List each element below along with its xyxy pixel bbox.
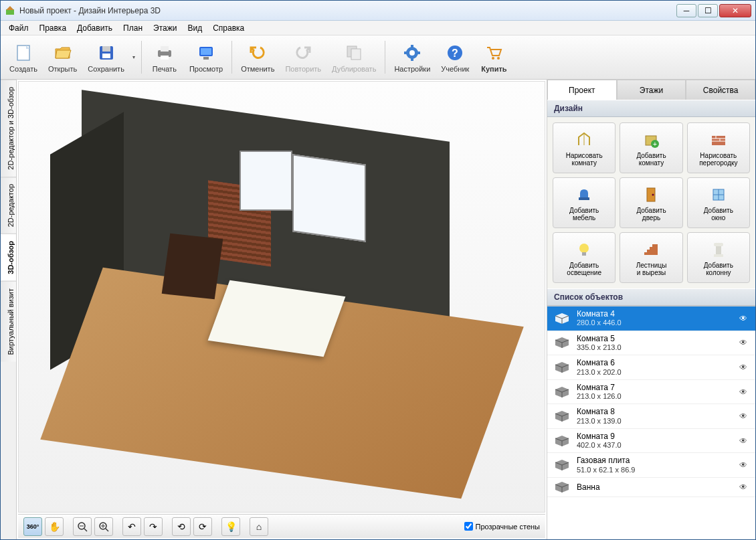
transparent-walls-input[interactable]: [464, 522, 473, 531]
print-button[interactable]: Печать: [146, 37, 183, 78]
visibility-eye-icon[interactable]: 👁: [739, 363, 750, 372]
svg-rect-5: [102, 46, 110, 52]
object-dimensions: 51.0 x 62.1 x 86.9: [577, 466, 734, 474]
menu-plan[interactable]: План: [118, 22, 148, 34]
object-name: Комната 6: [577, 358, 734, 367]
menu-view[interactable]: Вид: [182, 22, 207, 34]
duplicate-button[interactable]: Дублировать: [327, 37, 381, 78]
menu-help[interactable]: Справка: [207, 22, 250, 34]
menu-add[interactable]: Добавить: [72, 22, 118, 34]
tab-properties[interactable]: Свойства: [686, 80, 755, 100]
svg-rect-48: [582, 252, 586, 256]
visibility-eye-icon[interactable]: 👁: [739, 412, 750, 421]
rotate-right-button[interactable]: ↷: [144, 517, 163, 536]
side-tab-virtual-visit[interactable]: Виртуальный визит: [1, 281, 16, 362]
side-tab-3d-view[interactable]: 3D-обзор: [1, 234, 16, 281]
folder-open-icon: [52, 42, 74, 64]
object-list-item[interactable]: Комната 5335.0 x 213.0👁: [547, 331, 755, 356]
view-360-button[interactable]: 360°: [23, 517, 42, 536]
room-box-icon: [553, 336, 571, 349]
object-dimensions: 213.0 x 202.0: [577, 368, 734, 377]
help-icon: ?: [444, 42, 466, 64]
object-name: Комната 8: [577, 407, 734, 416]
tutorial-button[interactable]: ? Учебник: [436, 37, 474, 78]
tab-floors[interactable]: Этажи: [617, 80, 686, 100]
design-btn-add-column[interactable]: Добавитьколонну: [687, 232, 750, 283]
object-list-item[interactable]: Комната 8213.0 x 139.0👁: [547, 404, 755, 429]
redo-button[interactable]: Повторить: [280, 37, 326, 78]
object-name: Комната 9: [577, 432, 734, 441]
design-btn-add-furniture[interactable]: Добавитьмебель: [553, 177, 616, 228]
stairs-cutouts-icon: [640, 239, 662, 260]
design-btn-draw-partition[interactable]: Нарисоватьперегородку: [687, 122, 750, 173]
object-name: Комната 5: [577, 334, 734, 343]
undo-button[interactable]: Отменить: [236, 37, 279, 78]
tab-project[interactable]: Проект: [547, 80, 617, 100]
open-button[interactable]: Открыть: [43, 37, 82, 78]
object-name: Комната 7: [577, 383, 734, 392]
design-tools-grid: Нарисоватькомнату+ДобавитькомнатуНарисов…: [547, 117, 755, 288]
svg-text:?: ?: [452, 48, 458, 59]
side-tab-2d-editor[interactable]: 2D-редактор: [1, 177, 16, 234]
right-panel-tabs: Проект Этажи Свойства: [547, 80, 755, 100]
cart-icon: [483, 42, 504, 64]
gear-icon: [401, 42, 423, 64]
printer-icon: [154, 42, 175, 64]
side-tab-combined[interactable]: 2D-редактор и 3D-обзор: [1, 80, 16, 177]
home-view-button[interactable]: ⌂: [250, 517, 268, 536]
save-button[interactable]: Сохранить: [83, 37, 129, 78]
object-name: Газовая плита: [577, 456, 734, 465]
visibility-eye-icon[interactable]: 👁: [739, 436, 750, 446]
design-btn-draw-room[interactable]: Нарисоватькомнату: [553, 122, 616, 173]
pan-button[interactable]: ✋: [45, 517, 64, 536]
preview-button[interactable]: Просмотр: [185, 37, 227, 78]
3d-view-canvas[interactable]: [18, 81, 545, 513]
visibility-eye-icon[interactable]: 👁: [739, 314, 750, 323]
object-list-item[interactable]: Комната 9402.0 x 437.0👁: [547, 429, 755, 454]
object-list-item[interactable]: Комната 7213.0 x 126.0👁: [547, 380, 755, 405]
design-btn-add-window[interactable]: Добавитьокно: [687, 177, 750, 228]
design-btn-add-lighting[interactable]: Добавитьосвещение: [553, 232, 616, 283]
svg-rect-8: [161, 46, 169, 52]
object-list-item[interactable]: Комната 4280.0 x 446.0👁: [547, 306, 755, 331]
new-file-icon: [13, 42, 34, 64]
zoom-out-button[interactable]: [73, 517, 92, 536]
maximize-button[interactable]: ☐: [698, 4, 718, 17]
orbit-right-button[interactable]: ⟳: [193, 517, 212, 536]
visibility-eye-icon[interactable]: 👁: [739, 460, 750, 470]
draw-room-icon: [573, 129, 595, 151]
visibility-eye-icon[interactable]: 👁: [739, 338, 750, 347]
close-button[interactable]: ✕: [719, 4, 751, 17]
app-window: Новый проект - Дизайн Интерьера 3D ─ ☐ ✕…: [0, 0, 756, 540]
settings-button[interactable]: Настройки: [389, 37, 435, 78]
orbit-left-button[interactable]: ⟲: [172, 517, 191, 536]
visibility-eye-icon[interactable]: 👁: [739, 387, 750, 397]
object-list-item[interactable]: Газовая плита51.0 x 62.1 x 86.9👁: [547, 453, 755, 478]
zoom-in-button[interactable]: [94, 517, 113, 536]
buy-button[interactable]: Купить: [475, 37, 512, 78]
svg-point-47: [579, 244, 589, 253]
window-buttons: ─ ☐ ✕: [676, 4, 751, 17]
minimize-button[interactable]: ─: [676, 4, 696, 17]
menu-floors[interactable]: Этажи: [148, 22, 182, 34]
object-name: Комната 4: [577, 309, 734, 319]
transparent-walls-checkbox[interactable]: Прозрачные стены: [464, 522, 540, 531]
menu-file[interactable]: Файл: [3, 22, 34, 34]
object-list-item[interactable]: Ванна👁: [547, 478, 755, 497]
lighting-button[interactable]: 💡: [221, 517, 240, 536]
svg-line-26: [84, 529, 87, 531]
save-dropdown[interactable]: ▾: [130, 37, 137, 78]
design-section-header: Дизайн: [547, 100, 755, 117]
object-list-item[interactable]: Комната 6213.0 x 202.0👁: [547, 355, 755, 380]
design-btn-stairs-cutouts[interactable]: Лестницыи вырезы: [620, 232, 682, 283]
object-list[interactable]: Комната 4280.0 x 446.0👁Комната 5335.0 x …: [547, 306, 755, 539]
create-button[interactable]: Создать: [5, 37, 42, 78]
visibility-eye-icon[interactable]: 👁: [739, 482, 750, 492]
design-btn-add-door[interactable]: Добавитьдверь: [620, 177, 682, 228]
svg-rect-36: [712, 136, 725, 145]
workarea: 2D-редактор и 3D-обзор 2D-редактор 3D-об…: [1, 80, 755, 539]
rotate-left-button[interactable]: ↶: [122, 517, 141, 536]
menu-edit[interactable]: Правка: [34, 22, 72, 34]
svg-rect-11: [201, 48, 211, 55]
design-btn-add-room[interactable]: +Добавитькомнату: [620, 122, 682, 173]
